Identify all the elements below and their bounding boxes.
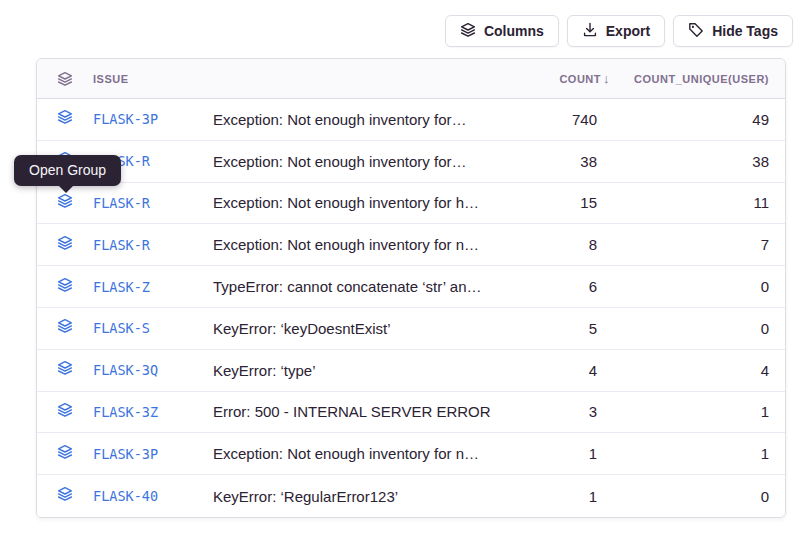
tooltip-caret xyxy=(58,185,74,193)
table-row: FLASK-R Exception: Not enough inventory … xyxy=(37,183,785,225)
issue-id-link[interactable]: FLASK-40 xyxy=(93,488,213,504)
count-value: 8 xyxy=(502,236,612,253)
open-group-button[interactable] xyxy=(37,402,93,422)
columns-button[interactable]: Columns xyxy=(445,15,559,47)
layers-icon xyxy=(57,109,73,129)
table-row: FLASK-3P Exception: Not enough inventory… xyxy=(37,99,785,141)
count-value: 1 xyxy=(502,488,612,505)
count-value: 5 xyxy=(502,320,612,337)
open-group-button[interactable] xyxy=(37,193,93,213)
toolbar: Columns Export Hide Tags xyxy=(445,15,793,47)
count-unique-value: 1 xyxy=(612,445,785,462)
issues-table: ISSUE COUNT↓ COUNT_UNIQUE(USER) FLASK-3P… xyxy=(36,58,786,518)
layers-icon xyxy=(57,360,73,380)
count-unique-value: 38 xyxy=(612,153,785,170)
layers-icon xyxy=(57,193,73,213)
count-unique-value: 1 xyxy=(612,403,785,420)
layers-icon xyxy=(57,318,73,338)
table-row: FLASK-S KeyError: ‘keyDoesntExist’ 5 0 xyxy=(37,308,785,350)
open-group-button[interactable] xyxy=(37,109,93,129)
hide-tags-button[interactable]: Hide Tags xyxy=(673,15,793,47)
issue-id-link[interactable]: FLASK-R xyxy=(93,195,213,211)
count-value: 4 xyxy=(502,362,612,379)
count-value: 3 xyxy=(502,403,612,420)
table-row: FLASK-Z TypeError: cannot concatenate ‘s… xyxy=(37,266,785,308)
export-button-label: Export xyxy=(606,23,650,39)
tag-icon xyxy=(688,22,704,41)
table-row: FLASK-3P Exception: Not enough inventory… xyxy=(37,433,785,475)
issue-id-link[interactable]: FLASK-3P xyxy=(93,111,213,127)
table-row: FLASK-R Exception: Not enough inventory … xyxy=(37,224,785,266)
header-layers-icon xyxy=(37,71,93,87)
table-row: FLASK-40 KeyError: ‘RegularError123’ 1 0 xyxy=(37,475,785,517)
issue-title: Exception: Not enough inventory for n… xyxy=(213,236,502,253)
columns-button-label: Columns xyxy=(484,23,544,39)
layers-icon xyxy=(57,444,73,464)
open-group-button[interactable] xyxy=(37,486,93,506)
count-value: 6 xyxy=(502,278,612,295)
layers-icon xyxy=(460,22,476,41)
open-group-tooltip: Open Group xyxy=(14,155,121,186)
open-group-button[interactable] xyxy=(37,444,93,464)
sort-descending-icon: ↓ xyxy=(603,71,610,86)
issue-title: Exception: Not enough inventory for h… xyxy=(213,194,502,211)
open-group-button[interactable] xyxy=(37,277,93,297)
table-body: FLASK-3P Exception: Not enough inventory… xyxy=(37,99,785,517)
issue-title: KeyError: ‘RegularError123’ xyxy=(213,488,502,505)
issue-id-link[interactable]: FLASK-R xyxy=(93,237,213,253)
count-unique-value: 49 xyxy=(612,111,785,128)
table-header: ISSUE COUNT↓ COUNT_UNIQUE(USER) xyxy=(37,59,785,99)
issue-id-link[interactable]: FLASK-3Q xyxy=(93,362,213,378)
open-group-button[interactable] xyxy=(37,360,93,380)
issue-title: KeyError: ‘keyDoesntExist’ xyxy=(213,320,502,337)
layers-icon xyxy=(57,235,73,255)
count-unique-value: 7 xyxy=(612,236,785,253)
issue-title: Exception: Not enough inventory for n… xyxy=(213,445,502,462)
issue-title: Exception: Not enough inventory for… xyxy=(213,153,502,170)
count-unique-value: 11 xyxy=(612,194,785,211)
open-group-button[interactable] xyxy=(37,318,93,338)
count-unique-value: 4 xyxy=(612,362,785,379)
download-icon xyxy=(582,22,598,41)
column-header-count-unique[interactable]: COUNT_UNIQUE(USER) xyxy=(612,73,785,85)
page: Columns Export Hide Tags xyxy=(0,0,807,538)
issue-id-link[interactable]: FLASK-Z xyxy=(93,279,213,295)
table-row: FLASK-R Exception: Not enough inventory … xyxy=(37,141,785,183)
count-value: 38 xyxy=(502,153,612,170)
issue-id-link[interactable]: FLASK-3P xyxy=(93,446,213,462)
count-value: 15 xyxy=(502,194,612,211)
column-header-count[interactable]: COUNT↓ xyxy=(502,71,612,86)
export-button[interactable]: Export xyxy=(567,15,665,47)
issue-title: Error: 500 - INTERNAL SERVER ERROR xyxy=(213,403,502,420)
count-value: 1 xyxy=(502,445,612,462)
count-unique-value: 0 xyxy=(612,320,785,337)
issue-title: Exception: Not enough inventory for… xyxy=(213,111,502,128)
open-group-button[interactable] xyxy=(37,235,93,255)
table-row: FLASK-3Q KeyError: ‘type’ 4 4 xyxy=(37,350,785,392)
column-header-issue[interactable]: ISSUE xyxy=(93,73,213,85)
count-unique-value: 0 xyxy=(612,278,785,295)
issue-title: TypeError: cannot concatenate ‘str’ an… xyxy=(213,278,502,295)
count-unique-value: 0 xyxy=(612,488,785,505)
layers-icon xyxy=(57,486,73,506)
issue-id-link[interactable]: FLASK-3Z xyxy=(93,404,213,420)
issue-title: KeyError: ‘type’ xyxy=(213,362,502,379)
layers-icon xyxy=(57,402,73,422)
tooltip-label: Open Group xyxy=(29,162,106,178)
issue-id-link[interactable]: FLASK-S xyxy=(93,320,213,336)
layers-icon xyxy=(57,277,73,297)
hide-tags-button-label: Hide Tags xyxy=(712,23,778,39)
count-value: 740 xyxy=(502,111,612,128)
table-row: FLASK-3Z Error: 500 - INTERNAL SERVER ER… xyxy=(37,392,785,434)
